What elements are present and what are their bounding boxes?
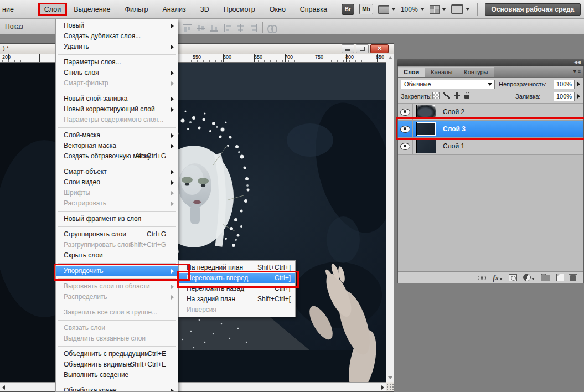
arrange-documents-dropdown[interactable] (430, 5, 446, 14)
align-right-edges-icon[interactable] (249, 24, 259, 32)
tab-каналы[interactable]: Каналы (425, 67, 458, 77)
photoshop-window: ние СлоиВыделениеФильтрАнализ3DПросмотрО… (0, 0, 584, 392)
scroll-up-icon[interactable] (388, 56, 392, 59)
lock-pixels-icon[interactable] (443, 92, 450, 99)
layer-thumbnail[interactable] (416, 105, 436, 119)
menubar-item-анализ[interactable]: Анализ (163, 6, 186, 13)
fill-slider-icon[interactable] (577, 94, 580, 99)
menu-item[interactable]: Слои видео (56, 177, 178, 188)
visibility-cell[interactable] (398, 138, 413, 154)
layer-name[interactable]: Слой 3 (443, 125, 466, 133)
menu-item[interactable]: Удалить (56, 42, 178, 52)
layer-style-button[interactable]: fx (493, 274, 503, 281)
new-layer-icon[interactable] (556, 274, 564, 281)
menu-item[interactable]: Новый (56, 20, 178, 31)
menu-item[interactable]: Новый фрагмент из слоя (56, 214, 178, 224)
menu-item[interactable]: Упорядочить (56, 266, 178, 276)
menubar-item-partial[interactable]: ние (2, 6, 14, 13)
resize-grip[interactable] (386, 383, 394, 391)
vertical-scrollbar[interactable] (386, 54, 394, 382)
menu-item[interactable]: Переложить впередCtrl+] (179, 273, 295, 283)
scroll-right-icon[interactable] (381, 385, 384, 390)
menu-item[interactable]: Слой-маска (56, 130, 178, 141)
scroll-down-icon[interactable] (388, 376, 392, 379)
menubar-item-выделение[interactable]: Выделение (74, 6, 110, 13)
lock-transparency-icon[interactable] (432, 92, 440, 99)
visibility-cell[interactable] (398, 104, 413, 120)
menu-item[interactable]: Сгруппировать слоиCtrl+G (56, 229, 178, 240)
menu-item[interactable]: Смарт-объект (56, 167, 178, 177)
layer-thumbnail[interactable] (416, 139, 436, 153)
blend-mode-select[interactable]: Обычные (401, 80, 495, 89)
bridge-button[interactable]: Br (342, 4, 354, 15)
adjustment-layer-button[interactable] (523, 274, 535, 281)
tab-слои[interactable]: Слои (398, 67, 425, 77)
eye-icon[interactable] (400, 109, 410, 116)
menu-item[interactable]: Новый корректирующий слой (56, 104, 178, 115)
menu-item[interactable]: Скрыть слои (56, 250, 178, 261)
panel-menu-icon[interactable]: ▼≡ (572, 69, 581, 74)
menubar-item-фильтр[interactable]: Фильтр (125, 6, 148, 13)
align-left-edges-icon[interactable] (223, 24, 232, 32)
layer-name[interactable]: Слой 1 (443, 142, 464, 150)
menu-item[interactable]: Создать дубликат слоя... (56, 31, 178, 42)
align-top-edges-icon[interactable] (183, 24, 192, 32)
menu-item-label: Связать слои (64, 324, 105, 332)
lock-all-icon[interactable] (464, 92, 471, 99)
layer-row[interactable]: Слой 1 (398, 138, 583, 155)
menubar-item-справка[interactable]: Справка (300, 6, 327, 13)
menubar-item-3d[interactable]: 3D (200, 6, 209, 13)
delete-layer-icon[interactable] (570, 275, 576, 281)
menu-item[interactable]: Выполнить сведение (56, 370, 178, 380)
workspace-button[interactable]: Основная рабочая среда (485, 3, 581, 16)
doc-minimize-button[interactable] (342, 44, 354, 53)
zoom-level-dropdown[interactable]: 100% (401, 6, 425, 13)
menu-item[interactable]: На задний планShift+Ctrl+[ (179, 294, 295, 305)
menu-item-label: Упорядочить (64, 267, 103, 275)
doc-close-button[interactable] (370, 44, 389, 53)
eye-icon[interactable] (400, 126, 410, 133)
layer-row[interactable]: Слой 2 (398, 104, 583, 121)
collapse-icon[interactable]: ◀◀ (574, 60, 581, 65)
menu-item[interactable]: Объединить видимыеShift+Ctrl+E (56, 359, 178, 370)
menu-item[interactable]: Параметры слоя... (56, 57, 178, 68)
layer-row[interactable]: Слой 3 (398, 121, 583, 138)
fill-input[interactable]: 100% (554, 92, 575, 101)
menu-item[interactable]: Стиль слоя (56, 68, 178, 78)
menu-item[interactable]: Переложить назадCtrl+[ (179, 283, 295, 294)
lock-position-icon[interactable] (453, 92, 461, 99)
align-horizontal-centers-icon[interactable] (236, 24, 245, 32)
opacity-slider-icon[interactable] (577, 82, 580, 86)
menu-item[interactable]: Создать обтравочную маскуAlt+Ctrl+G (56, 151, 178, 162)
align-vertical-centers-icon[interactable] (196, 24, 205, 32)
layer-list: Слой 2Слой 3Слой 1 (398, 104, 583, 155)
menu-item[interactable]: Объединить с предыдущимCtrl+E (56, 349, 178, 359)
align-bottom-edges-icon[interactable] (209, 24, 219, 32)
menubar-item-слои[interactable]: Слои (38, 3, 67, 16)
menu-item[interactable]: Векторная маска (56, 141, 178, 151)
layer-thumbnail[interactable] (416, 122, 436, 136)
new-group-icon[interactable] (541, 275, 550, 281)
menu-item-label: Обработка краев (64, 386, 117, 392)
add-layer-mask-icon[interactable] (509, 274, 517, 281)
menu-item[interactable]: Новый слой-заливка (56, 94, 178, 104)
visibility-cell[interactable] (398, 121, 413, 137)
menu-item-label: Выделить связанные слои (64, 334, 146, 342)
auto-align-layers-icon[interactable] (267, 24, 276, 32)
layer-name[interactable]: Слой 2 (443, 108, 464, 116)
collapse-panels-bar[interactable]: ◀◀ (397, 59, 584, 66)
menubar-item-просмотр[interactable]: Просмотр (224, 6, 255, 13)
screen-mode-dropdown[interactable] (451, 4, 470, 14)
link-layers-icon[interactable] (478, 275, 487, 280)
guides-dropdown[interactable] (378, 5, 396, 14)
tab-контуры[interactable]: Контуры (458, 67, 494, 77)
mini-bridge-button[interactable]: Mb (359, 4, 373, 14)
scroll-left-icon[interactable] (2, 385, 5, 390)
eye-icon[interactable] (400, 143, 410, 150)
menu-item[interactable]: На передний планShift+Ctrl+] (179, 262, 295, 273)
menu-item[interactable]: Обработка краев (56, 385, 178, 392)
opacity-input[interactable]: 100% (554, 80, 575, 89)
menu-item-label: Смарт-объект (64, 168, 107, 176)
doc-restore-button[interactable] (356, 44, 369, 53)
menubar-item-окно[interactable]: Окно (270, 6, 286, 13)
